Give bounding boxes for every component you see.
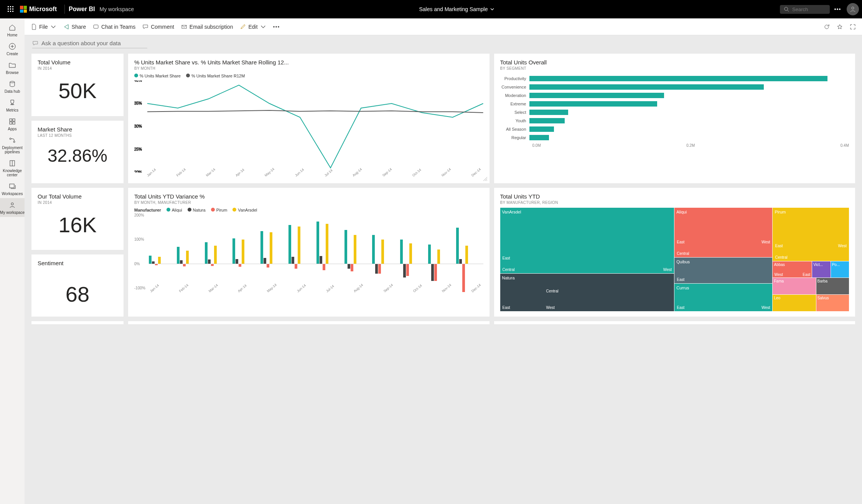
svg-point-1 [835,9,836,10]
product-brand: Power BI [69,6,95,13]
chevron-down-icon [490,7,494,11]
divider [64,5,65,14]
report-title-label: Sales and Marketing Sample [419,6,488,12]
more-options[interactable] [830,8,845,10]
svg-point-3 [839,9,841,10]
app-launcher[interactable] [3,6,18,12]
svg-point-0 [785,7,788,11]
user-avatar[interactable] [847,3,859,15]
workspace-name[interactable]: My workspace [99,6,134,12]
svg-point-2 [837,9,838,10]
search-icon [784,7,789,12]
report-title-dropdown[interactable]: Sales and Marketing Sample [134,6,780,12]
search-input[interactable] [780,5,830,14]
microsoft-logo: Microsoft [20,6,57,13]
svg-point-4 [852,7,854,9]
search-field[interactable] [792,7,823,12]
